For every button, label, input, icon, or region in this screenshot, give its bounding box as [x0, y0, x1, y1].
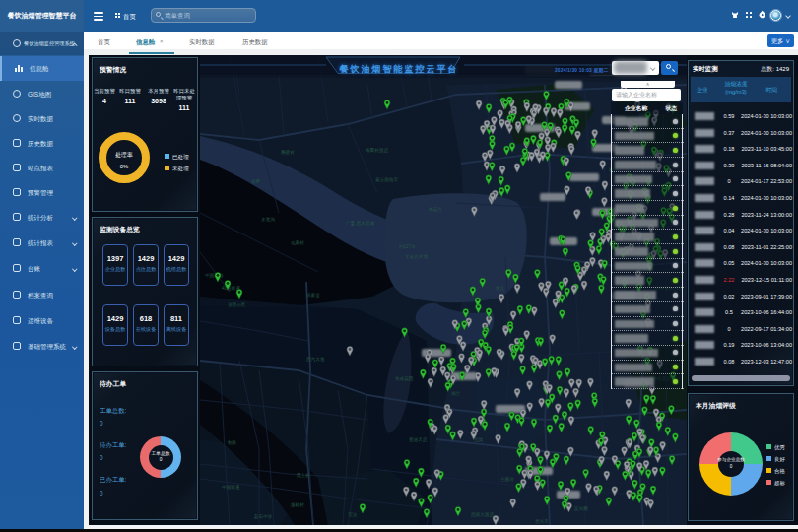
svg-text:广厦 思木宝城: 广厦 思木宝城 — [346, 220, 374, 227]
svg-text:约117木: 约117木 — [399, 244, 416, 249]
svg-text:富兴网: 富兴网 — [574, 506, 588, 511]
svg-text:影石中学: 影石中学 — [254, 513, 273, 520]
svg-text:香油天店: 香油天店 — [409, 436, 428, 443]
svg-text:湖兰: 湖兰 — [451, 391, 461, 396]
svg-text:保家堂: 保家堂 — [305, 293, 320, 298]
svg-text:紫云南地市: 紫云南地市 — [375, 177, 398, 182]
svg-text:宝岗: 宝岗 — [474, 437, 484, 442]
svg-text:状元: 状元 — [495, 285, 505, 291]
svg-text:宝洁: 宝洁 — [348, 512, 358, 517]
svg-text:贵兴市: 贵兴市 — [535, 519, 549, 524]
svg-text:中国联通: 中国联通 — [222, 484, 240, 491]
svg-text:胸壁村: 胸壁村 — [281, 149, 295, 156]
